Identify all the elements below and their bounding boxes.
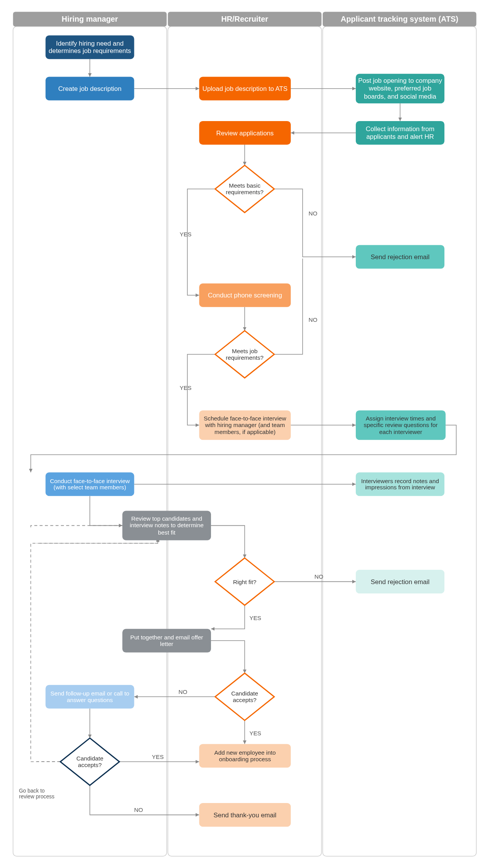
- node-thank-you: Send thank-you email: [199, 803, 291, 827]
- node-review-apps: Review applications: [199, 121, 291, 145]
- node-send-reject-2: Send rejection email: [356, 570, 444, 593]
- label-yes-job: YES: [180, 384, 192, 391]
- svg-rect-5: [323, 27, 477, 856]
- node-assign-times: Assign interview times and specific revi…: [356, 410, 446, 440]
- node-meets-basic: Meets basic requirements?: [215, 165, 274, 212]
- node-post-job: Post job opening to company website, pre…: [356, 74, 444, 103]
- label-yes-accept1: YES: [249, 730, 261, 736]
- label-no-basic: NO: [309, 210, 317, 217]
- node-conduct-f2f: Conduct face-to-face interview (with sel…: [46, 472, 134, 496]
- lane-hr-label: HR/Recruiter: [221, 15, 268, 23]
- label-no-accept1: NO: [178, 689, 187, 695]
- node-identify: Identify hiring need and determines job …: [46, 36, 134, 59]
- node-follow-up: Send follow-up email or call to answer q…: [46, 685, 134, 709]
- node-create-jd: Create job description: [46, 77, 134, 100]
- label-yes-basic: YES: [180, 231, 192, 238]
- node-upload-jd: Upload job description to ATS: [199, 77, 291, 100]
- node-send-reject-1: Send rejection email: [356, 245, 444, 269]
- label-go-back: Go back to review process: [19, 788, 60, 806]
- label-no-job: NO: [309, 316, 317, 323]
- node-onboard: Add new employee into onboarding process: [199, 744, 291, 767]
- node-offer-letter: Put together and email offer letter: [122, 629, 211, 653]
- label-no-accept2: NO: [134, 806, 143, 813]
- node-record-notes: Interviewers record notes and impression…: [356, 472, 444, 496]
- node-schedule-f2f: Schedule face-to-face interview with hir…: [199, 410, 291, 440]
- lane-hiring-label: Hiring manager: [62, 15, 118, 23]
- node-meets-job: Meets job requirements?: [215, 331, 274, 378]
- svg-rect-6: [19, 528, 37, 832]
- nodes: Identify hiring need and determines job …: [19, 36, 446, 827]
- node-candidate-accepts-1: Candidate accepts?: [215, 673, 274, 720]
- node-review-top: Review top candidates and interview note…: [122, 511, 211, 540]
- node-collect-info: Collect information from applicants and …: [356, 121, 444, 145]
- node-right-fit: Right fit?: [215, 558, 274, 605]
- label-yes-fit: YES: [249, 615, 261, 621]
- label-no-fit: NO: [314, 573, 323, 580]
- flowchart: Hiring manager HR/Recruiter Applicant tr…: [0, 0, 487, 868]
- label-yes-accept2: YES: [152, 754, 164, 760]
- node-candidate-accepts-2: Candidate accepts?: [60, 738, 120, 785]
- lane-ats-label: Applicant tracking system (ATS): [341, 15, 458, 23]
- node-phone-screen: Conduct phone screening: [199, 284, 291, 307]
